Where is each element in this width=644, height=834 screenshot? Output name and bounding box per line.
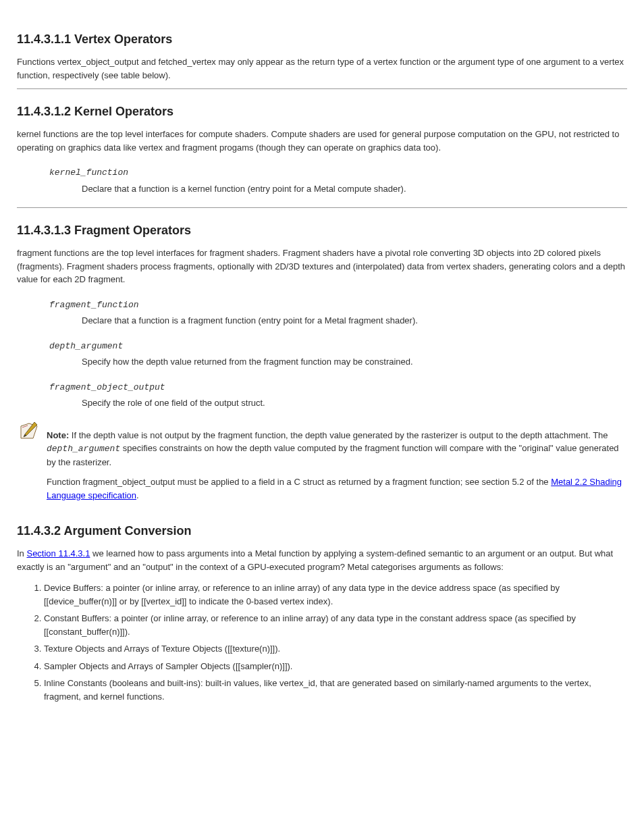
term-label-fragment-function: fragment_function bbox=[49, 298, 627, 312]
list-item: Constant Buffers: a pointer (or inline a… bbox=[44, 612, 627, 638]
term-block: depth_argument Specify how the depth val… bbox=[49, 340, 627, 369]
divider bbox=[17, 207, 627, 208]
note-italic: depth_argument bbox=[47, 444, 120, 454]
section-paragraph: Functions vertex_object_output and fetch… bbox=[17, 55, 627, 82]
note-text: If the depth value is not output by the … bbox=[72, 430, 608, 440]
term-label-kernel-function: kernel_function bbox=[49, 166, 627, 180]
section-paragraph: fragment functions are the top level int… bbox=[17, 246, 627, 286]
term-desc: Declare that a function is a kernel func… bbox=[82, 182, 627, 196]
list-item: Texture Objects and Arrays of Texture Ob… bbox=[44, 642, 627, 656]
section-heading-argconv: 11.4.3.2 Argument Conversion bbox=[17, 522, 627, 540]
list-item: Sampler Objects and Arrays of Sampler Ob… bbox=[44, 660, 627, 673]
term-block: fragment_object_output Specify the role … bbox=[49, 381, 627, 410]
note-body: Note: If the depth value is not output b… bbox=[47, 422, 627, 509]
note-text: . bbox=[136, 490, 139, 500]
term-block: kernel_function Declare that a function … bbox=[49, 166, 627, 195]
note-text: specifies constraints on how the depth v… bbox=[47, 443, 619, 467]
section-paragraph: kernel functions are the top level inter… bbox=[17, 128, 627, 154]
note-block: Note: If the depth value is not output b… bbox=[17, 422, 627, 509]
section-heading-fragment: 11.4.3.1.3 Fragment Operators bbox=[17, 221, 627, 240]
list-item: Inline Constants (booleans and built-ins… bbox=[44, 677, 627, 703]
argconv-intro-prefix: In bbox=[17, 548, 26, 558]
section-heading-vertex: 11.4.3.1.1 Vertex Operators bbox=[17, 30, 627, 49]
note-label: Note: bbox=[47, 430, 69, 440]
term-desc: Declare that a function is a fragment fu… bbox=[82, 314, 627, 328]
term-desc: Specify the role of one field of the out… bbox=[82, 396, 627, 410]
section-link[interactable]: Section 11.4.3.1 bbox=[26, 548, 90, 558]
term-desc: Specify how the depth value returned fro… bbox=[82, 355, 627, 369]
divider bbox=[17, 88, 627, 89]
note-text: Function fragment_object_output must be … bbox=[47, 477, 551, 487]
section-heading-kernel: 11.4.3.1.2 Kernel Operators bbox=[17, 103, 627, 121]
note-icon bbox=[17, 419, 41, 448]
argconv-intro: In Section 11.4.3.1 we learned how to pa… bbox=[17, 547, 627, 573]
term-label-depth-argument: depth_argument bbox=[49, 340, 627, 353]
term-label-fragment-object-output: fragment_object_output bbox=[49, 381, 627, 394]
argconv-intro-suffix: we learned how to pass arguments into a … bbox=[17, 548, 613, 572]
argconv-list: Device Buffers: a pointer (or inline arr… bbox=[17, 581, 627, 703]
term-block: fragment_function Declare that a functio… bbox=[49, 298, 627, 328]
list-item: Device Buffers: a pointer (or inline arr… bbox=[44, 581, 627, 608]
